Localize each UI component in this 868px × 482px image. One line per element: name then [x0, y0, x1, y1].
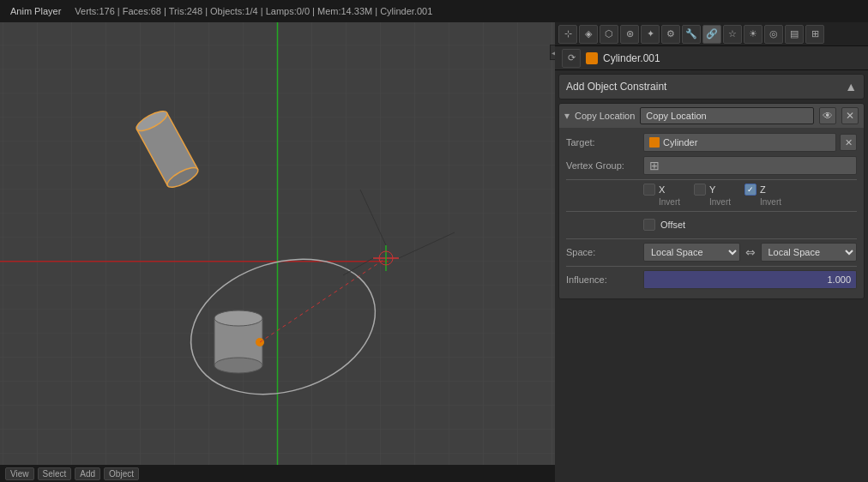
object-color-indicator [586, 52, 598, 64]
offset-checkbox[interactable] [643, 219, 655, 231]
target-value: Cylinder ✕ [643, 133, 857, 152]
toolbar-icon-10[interactable]: ◎ [764, 25, 783, 44]
toolbar-icon-constraint[interactable]: 🔗 [702, 25, 721, 44]
toolbar-icon-2[interactable]: ◈ [579, 25, 598, 44]
vertex-group-field[interactable]: ⊞ [643, 156, 857, 175]
xyz-checkboxes: X Invert Y Invert [643, 184, 857, 207]
constraint-name-input[interactable] [640, 107, 814, 124]
x-cb-row: X [643, 184, 665, 196]
constraint-delete-button[interactable]: ✕ [841, 107, 859, 124]
target-field[interactable]: Cylinder [643, 133, 836, 152]
space-row: Space: Local Space ⇔ Local Space [566, 243, 857, 262]
influence-bar[interactable]: 1.000 [643, 270, 857, 289]
z-axis-item: Z Invert [744, 184, 781, 207]
viewport-canvas[interactable] [0, 22, 555, 482]
target-clear-button[interactable]: ✕ [840, 134, 857, 151]
right-panel: ⊹ ◈ ⬡ ⊛ ✦ ⚙ 🔧 🔗 ☆ ☀ ◎ ▤ ⊞ ⟳ Cylinder.001… [555, 22, 868, 482]
constraint-body: Target: Cylinder ✕ Vertex Group: ⊞ [559, 128, 864, 298]
constraint-collapse-arrow[interactable]: ▾ [564, 110, 570, 122]
x-invert-label: Invert [659, 197, 680, 207]
object-menu[interactable]: Object [104, 467, 139, 480]
target-value-text: Cylinder [663, 137, 697, 148]
object-type-icon[interactable]: ⟳ [562, 49, 581, 68]
offset-row: Offset [566, 215, 857, 234]
add-constraint-header[interactable]: Add Object Constraint ▲ [558, 74, 865, 99]
object-name: Cylinder.001 [603, 52, 660, 64]
panel-expand-toggle[interactable]: ◀ [550, 45, 555, 60]
space-label: Space: [566, 247, 643, 257]
constraint-title-bar: ▾ Copy Location 👁 ✕ [559, 104, 864, 128]
toolbar-icon-1[interactable]: ⊹ [558, 25, 577, 44]
viewport-bottom-bar: View Select Add Object [0, 465, 555, 482]
copy-location-constraint: ▾ Copy Location 👁 ✕ Target: Cylinder [558, 103, 865, 299]
influence-value-text: 1.000 [649, 274, 851, 285]
y-checkbox[interactable] [694, 184, 706, 196]
toolbar-icon-8[interactable]: ☆ [723, 25, 742, 44]
vertex-group-value: ⊞ [643, 156, 857, 175]
add-menu[interactable]: Add [75, 467, 100, 480]
xyz-row: X Invert Y Invert [566, 184, 857, 207]
x-axis-item: X Invert [643, 184, 680, 207]
x-checkbox[interactable] [643, 184, 655, 196]
constraint-visibility-toggle[interactable]: 👁 [819, 107, 836, 124]
toolbar-icon-6[interactable]: ⚙ [661, 25, 680, 44]
vertex-group-icon: ⊞ [649, 159, 660, 172]
y-axis-item: Y Invert [694, 184, 731, 207]
axis-checkbox-group: X Invert Y Invert [643, 184, 781, 207]
y-cb-row: Y [694, 184, 715, 196]
view-menu[interactable]: View [5, 467, 34, 480]
y-label: Y [709, 184, 715, 195]
toolbar-icon-9[interactable]: ☀ [744, 25, 763, 44]
add-constraint-title: Add Object Constraint [566, 81, 666, 93]
object-name-bar: ⟳ Cylinder.001 [555, 46, 868, 70]
topbar: Anim Player Verts:176 | Faces:68 | Tris:… [0, 0, 868, 22]
version-info: Verts:176 | Faces:68 | Tris:248 | Object… [75, 6, 432, 16]
vertex-group-label: Vertex Group: [566, 160, 643, 171]
select-menu[interactable]: Select [38, 467, 72, 480]
z-invert-label: Invert [760, 197, 781, 207]
toolbar-icon-7[interactable]: 🔧 [682, 25, 701, 44]
engine-selector[interactable]: Anim Player [5, 4, 66, 18]
add-constraint-arrow[interactable]: ▲ [845, 80, 857, 93]
space-value: Local Space ⇔ Local Space [643, 243, 857, 262]
influence-value-container: 1.000 [643, 270, 857, 289]
offset-label: Offset [660, 220, 685, 230]
panel-toolbar: ⊹ ◈ ⬡ ⊛ ✦ ⚙ 🔧 🔗 ☆ ☀ ◎ ▤ ⊞ [555, 22, 868, 46]
y-invert-label: Invert [709, 197, 731, 207]
toolbar-icon-11[interactable]: ▤ [785, 25, 804, 44]
z-cb-row: Z [744, 184, 766, 196]
z-label: Z [760, 184, 766, 195]
influence-label: Influence: [566, 274, 643, 285]
space-from-select[interactable]: Local Space [643, 243, 740, 262]
vertex-group-row: Vertex Group: ⊞ [566, 156, 857, 175]
constraint-type-label: Copy Location [575, 111, 635, 121]
toolbar-icon-12[interactable]: ⊞ [805, 25, 824, 44]
space-swap-icon: ⇔ [745, 245, 756, 259]
viewport[interactable]: ◀ [0, 22, 555, 482]
target-label: Target: [566, 137, 643, 148]
panel-content[interactable]: Add Object Constraint ▲ ▾ Copy Location … [555, 70, 868, 482]
toolbar-icon-5[interactable]: ✦ [641, 25, 660, 44]
z-checkbox[interactable] [744, 184, 756, 196]
space-to-select[interactable]: Local Space [761, 243, 858, 262]
target-cube-icon [649, 137, 660, 148]
x-label: X [659, 184, 665, 195]
toolbar-icon-4[interactable]: ⊛ [620, 25, 639, 44]
influence-row: Influence: 1.000 [566, 270, 857, 289]
offset-value: Offset [643, 219, 857, 231]
toolbar-icon-3[interactable]: ⬡ [600, 25, 618, 44]
target-row: Target: Cylinder ✕ [566, 133, 857, 152]
